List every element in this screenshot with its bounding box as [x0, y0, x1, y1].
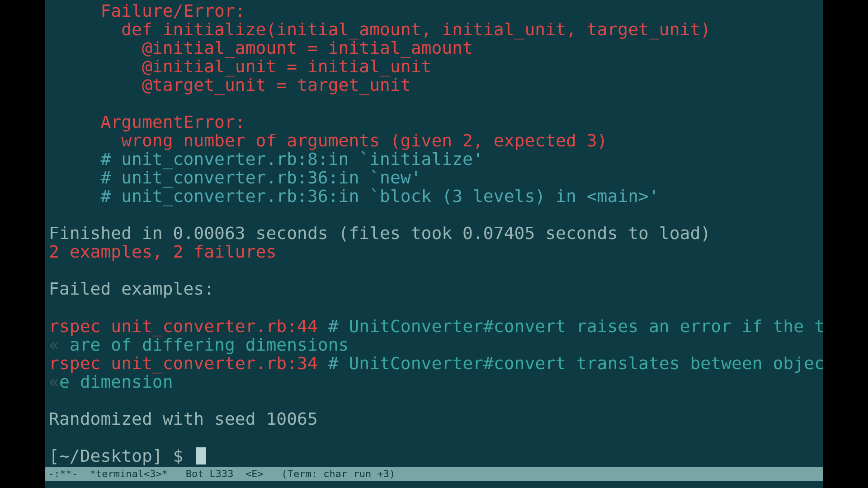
line-wrap-indicator-left: « [49, 335, 59, 355]
backtrace-line: # unit_converter.rb:8:in `initialize' [49, 149, 483, 169]
emacs-mode-line: -:**- *terminal<3>* Bot L333 <E> (Term: … [45, 467, 823, 481]
error-code-line: def initialize(initial_amount, initial_u… [49, 19, 711, 39]
line-wrap-indicator-left: « [49, 372, 59, 392]
exception-message: wrong number of arguments (given 2, expe… [49, 131, 607, 150]
shell-prompt: [~/Desktop] $ [49, 446, 193, 466]
error-code-line: @target_unit = target_unit [49, 75, 411, 95]
failed-example-desc: UnitConverter#convert raises an error if… [349, 316, 823, 336]
cursor-block[interactable] [196, 447, 206, 465]
failed-example-cmd: rspec unit_converter.rb:34 [49, 353, 318, 373]
failed-examples-header: Failed examples: [49, 279, 214, 299]
example-counts: 2 examples, 2 failures [49, 242, 276, 262]
comment-separator: # [318, 353, 349, 373]
backtrace-line: # unit_converter.rb:36:in `new' [49, 168, 421, 188]
random-seed: Randomized with seed 10065 [49, 409, 318, 429]
failed-example-desc: UnitConverter#convert translates between… [349, 353, 823, 373]
error-code-line: @initial_unit = initial_unit [49, 56, 431, 76]
backtrace-line: # unit_converter.rb:36:in `block (3 leve… [49, 186, 659, 206]
comment-separator: # [318, 316, 349, 336]
failed-example-desc-cont: e dimension [59, 372, 173, 392]
failed-example-desc-cont: are of differing dimensions [59, 335, 349, 355]
exception-name: ArgumentError: [49, 112, 245, 132]
timing-summary: Finished in 0.00063 seconds (files took … [49, 223, 711, 243]
failed-example-cmd: rspec unit_converter.rb:44 [49, 316, 318, 336]
failure-header: Failure/Error: [49, 1, 245, 21]
error-code-line: @initial_amount = initial_amount [49, 38, 473, 58]
terminal-buffer[interactable]: Failure/Error: def initialize(initial_am… [45, 0, 823, 488]
